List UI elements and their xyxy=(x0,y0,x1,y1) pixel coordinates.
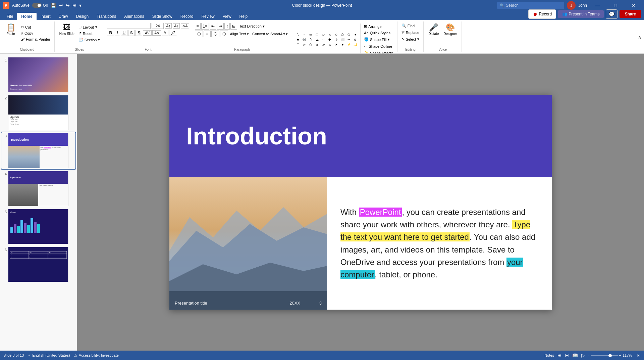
tab-insert[interactable]: Insert xyxy=(37,13,55,20)
decrease-indent-button[interactable]: ⇤ xyxy=(210,23,216,30)
shape-donut[interactable]: ◎ xyxy=(301,42,307,47)
new-slide-button[interactable]: 🖼 New Slide xyxy=(57,23,76,37)
bold-button[interactable]: B xyxy=(107,30,114,36)
strikethrough-button[interactable]: S̶ xyxy=(128,30,135,36)
format-painter-button[interactable]: 🖌 Format Painter xyxy=(19,37,52,42)
shape-more[interactable]: ▾ xyxy=(352,32,358,37)
align-center-button[interactable]: ≡ xyxy=(204,31,211,37)
font-name-input[interactable] xyxy=(107,23,151,29)
autosave-toggle-btn[interactable] xyxy=(32,3,42,8)
tab-file[interactable]: File xyxy=(3,13,17,20)
autosave-toggle[interactable]: Off xyxy=(32,3,48,8)
italic-button[interactable]: I xyxy=(115,30,120,36)
arrange-button[interactable]: ⊞ Arrange xyxy=(363,24,394,29)
shape-lightning[interactable]: ⚡ xyxy=(346,42,352,47)
font-color-button[interactable]: A xyxy=(162,30,168,36)
shape-brace[interactable]: {} xyxy=(308,37,314,42)
zoom-in-button[interactable]: + xyxy=(619,353,621,357)
find-button[interactable]: 🔍 Find xyxy=(400,23,416,29)
shape-diamond[interactable]: ◇ xyxy=(333,32,339,37)
shape-block-arrow[interactable]: ⇒ xyxy=(346,37,352,42)
notes-button[interactable]: Notes xyxy=(544,353,554,357)
char-spacing-button[interactable]: AV xyxy=(143,30,152,36)
tab-transitions[interactable]: Transitions xyxy=(93,13,120,20)
shape-callout[interactable]: 💬 xyxy=(301,37,307,42)
shape-pentagon[interactable]: ⬠ xyxy=(339,32,345,37)
shape-moon[interactable]: 🌙 xyxy=(352,42,358,47)
shape-trapezoid[interactable]: ⏢ xyxy=(327,42,333,47)
line-spacing-button[interactable]: ↕ xyxy=(224,23,230,30)
slide-thumb-1[interactable]: 1 Presentation title Presenter name xyxy=(1,56,75,93)
text-direction-button[interactable]: Text Direction ▾ xyxy=(238,24,266,29)
slide-thumb-4[interactable]: 4 Topic one Topic content text here... xyxy=(1,170,75,207)
accessibility-status[interactable]: ⚠ Accessibility: Investigate xyxy=(74,353,119,358)
tab-home[interactable]: Home xyxy=(17,13,36,20)
search-input[interactable] xyxy=(497,2,564,9)
fit-slide-button[interactable]: ⊡ xyxy=(637,353,641,358)
change-case-button[interactable]: Aa xyxy=(152,30,161,36)
shape-oval[interactable]: ⬭ xyxy=(320,32,326,37)
dictate-button[interactable]: 🎤 Dictate xyxy=(426,23,441,37)
reset-button[interactable]: ↺ Reset xyxy=(77,31,102,36)
tab-draw[interactable]: Draw xyxy=(55,13,72,20)
align-right-button[interactable]: ⬡ xyxy=(211,31,219,37)
replace-button[interactable]: ⇄ Replace xyxy=(400,30,421,35)
share-button[interactable]: Share xyxy=(620,10,641,18)
bullet-list-button[interactable]: ≡ xyxy=(195,23,201,30)
zoom-out-button[interactable]: - xyxy=(588,353,590,357)
zoom-slider[interactable] xyxy=(591,355,618,356)
quick-styles-button[interactable]: Aa Quick Styles xyxy=(363,30,394,36)
record-button[interactable]: ⏺ Record xyxy=(528,9,556,19)
slide-thumb-3[interactable]: 3 Introduction With PowerPoint, you can … xyxy=(1,132,75,169)
normal-view-button[interactable]: ⊞ xyxy=(557,353,561,358)
shape-hex[interactable]: ⬡ xyxy=(346,32,352,37)
tab-animations[interactable]: Animations xyxy=(120,13,148,20)
present-teams-button[interactable]: 👥 Present in Teams xyxy=(558,10,604,18)
cut-button[interactable]: ✂ Cut xyxy=(19,24,52,30)
slide-canvas[interactable]: Introduction xyxy=(169,95,552,310)
increase-font-button[interactable]: A↑ xyxy=(165,23,172,29)
justify-button[interactable]: ⬡ xyxy=(220,31,228,37)
shape-line[interactable]: ╲ xyxy=(295,32,301,37)
shape-pie[interactable]: ◔ xyxy=(333,42,339,47)
shape-parallelogram[interactable]: ▱ xyxy=(320,42,326,47)
shape-outline-button[interactable]: ▭ Shape Outline xyxy=(363,43,394,49)
shape-connector[interactable]: ⌒ xyxy=(295,42,301,47)
highlight-button[interactable]: 🖍 xyxy=(169,30,177,36)
section-button[interactable]: 📑 Section ▾ xyxy=(77,37,102,43)
tab-record[interactable]: Record xyxy=(176,13,198,20)
tab-design[interactable]: Design xyxy=(72,13,93,20)
slide-thumb-6[interactable]: 6 Cat 1 Cat 2 Cat 3 A B xyxy=(1,246,75,283)
shape-wave[interactable]: 〰 xyxy=(320,37,326,42)
shape-rect[interactable]: ▭ xyxy=(308,32,314,37)
decrease-font-button[interactable]: A↓ xyxy=(173,23,180,29)
presenter-view-button[interactable]: ▷ xyxy=(581,353,585,358)
shape-frame[interactable]: ⬜ xyxy=(339,37,345,42)
shape-cube[interactable]: ⬡ xyxy=(308,42,314,47)
comments-button[interactable]: 💬 xyxy=(606,9,618,19)
shape-effects-button[interactable]: ✨ Shape Effects xyxy=(363,50,394,54)
redo-icon[interactable]: ↪ xyxy=(66,3,70,8)
shape-star[interactable]: ★ xyxy=(295,37,301,42)
zoom-level[interactable]: 117% xyxy=(623,353,633,357)
columns-button[interactable]: ⊟ xyxy=(230,23,237,30)
align-left-button[interactable]: ⬡ xyxy=(195,31,203,37)
copy-button[interactable]: ⎘ Copy xyxy=(19,31,52,36)
ribbon-collapse-icon[interactable]: ∧ xyxy=(638,34,641,40)
shape-cloud[interactable]: ☁ xyxy=(314,37,320,42)
numbered-list-button[interactable]: 1≡ xyxy=(201,23,209,30)
clear-format-button[interactable]: ✕A xyxy=(181,23,189,29)
shape-crescent[interactable]: ☽ xyxy=(333,37,339,42)
paste-button[interactable]: 📋 Paste xyxy=(3,23,19,37)
shape-cylinder[interactable]: ⌀ xyxy=(314,42,320,47)
user-avatar[interactable]: J xyxy=(567,1,576,10)
slide-thumb-5[interactable]: 5 Chart xyxy=(1,208,75,245)
shadow-button[interactable]: S xyxy=(136,30,142,36)
shape-rounded-rect[interactable]: ▢ xyxy=(314,32,320,37)
reading-view-button[interactable]: 📖 xyxy=(572,353,578,358)
shape-fill-button[interactable]: 🪣 Shape Fill ▾ xyxy=(363,37,394,42)
designer-button[interactable]: 🎨 Designer xyxy=(441,23,459,37)
shape-arrow[interactable]: → xyxy=(301,32,307,37)
align-text-button[interactable]: Align Text ▾ xyxy=(229,31,251,37)
save-icon[interactable]: 💾 xyxy=(51,3,56,8)
